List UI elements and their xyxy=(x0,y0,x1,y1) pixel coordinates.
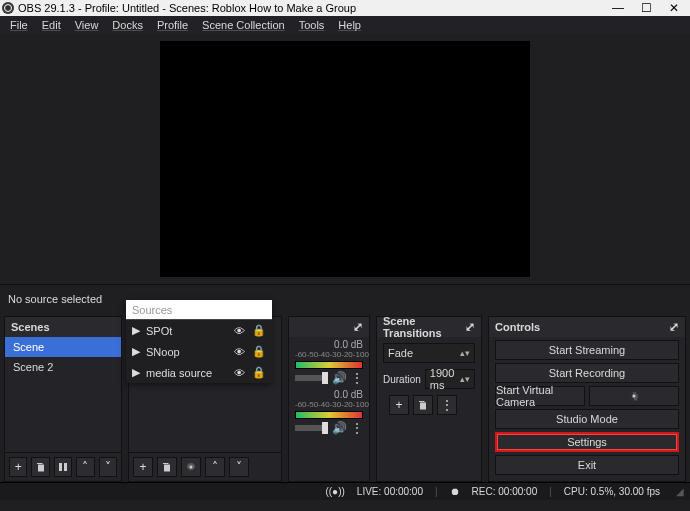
chevron-updown-icon: ▴▾ xyxy=(460,374,470,384)
sources-list: ▶ SPOt 👁 🔒 ▶ SNoop 👁 🔒 ▶ media source 👁 … xyxy=(126,320,272,383)
mixer-db-label: 0.0 dB xyxy=(295,339,363,350)
obs-logo-icon xyxy=(2,2,14,14)
scenes-dock: Scenes Scene Scene 2 + ˄ ˅ xyxy=(4,316,122,482)
close-button[interactable]: ✕ xyxy=(660,1,688,15)
start-recording-button[interactable]: Start Recording xyxy=(495,363,679,383)
visibility-toggle-icon[interactable]: 👁 xyxy=(232,367,246,379)
preview-status-row: No source selected xyxy=(0,284,690,312)
scene-filter-button[interactable] xyxy=(54,457,72,477)
virtual-camera-settings-button[interactable] xyxy=(589,386,679,406)
preview-area xyxy=(0,34,690,284)
scenes-title: Scenes xyxy=(11,321,50,333)
menu-docks[interactable]: Docks xyxy=(106,17,149,33)
menu-file[interactable]: File xyxy=(4,17,34,33)
mute-icon[interactable]: 🔊 xyxy=(332,371,347,385)
settings-button[interactable]: Settings xyxy=(495,432,679,452)
start-virtual-camera-button[interactable]: Start Virtual Camera xyxy=(495,386,585,406)
sources-search-input[interactable]: Sources xyxy=(126,300,272,320)
source-add-button[interactable]: + xyxy=(133,457,153,477)
scene-remove-button[interactable] xyxy=(31,457,49,477)
transition-properties-button[interactable]: ⋮ xyxy=(437,395,457,415)
docks-row: Scenes Scene Scene 2 + ˄ ˅ . + ˄ ˅ ⤢ xyxy=(0,312,690,482)
controls-body: Start Streaming Start Recording Start Vi… xyxy=(489,337,685,481)
window-titlebar: OBS 29.1.3 - Profile: Untitled - Scenes:… xyxy=(0,0,690,16)
broadcast-icon: ((●)) xyxy=(325,486,344,497)
source-item[interactable]: ▶ media source 👁 🔒 xyxy=(126,362,272,383)
live-time: LIVE: 00:00:00 xyxy=(357,486,423,497)
minimize-button[interactable]: — xyxy=(604,1,632,15)
popout-icon[interactable]: ⤢ xyxy=(465,320,475,334)
sources-dropdown: Sources ▶ SPOt 👁 🔒 ▶ SNoop 👁 🔒 ▶ media s… xyxy=(126,300,272,383)
status-bar: ((●)) LIVE: 00:00:00 | ⏺ REC: 00:00:00 |… xyxy=(0,482,690,500)
no-source-label: No source selected xyxy=(8,293,102,305)
mixer-meter xyxy=(295,411,363,419)
play-icon: ▶ xyxy=(132,324,140,337)
source-down-button[interactable]: ˅ xyxy=(229,457,249,477)
mixer-volume-slider[interactable] xyxy=(295,425,328,431)
sources-toolbar: + ˄ ˅ xyxy=(129,452,281,481)
lock-toggle-icon[interactable]: 🔒 xyxy=(252,324,266,337)
scene-down-button[interactable]: ˅ xyxy=(99,457,117,477)
scenes-toolbar: + ˄ ˅ xyxy=(5,452,121,481)
exit-button[interactable]: Exit xyxy=(495,455,679,475)
preview-canvas[interactable] xyxy=(160,41,530,277)
transitions-dock: Scene Transitions ⤢ Fade ▴▾ Duration 190… xyxy=(376,316,482,482)
scene-item[interactable]: Scene xyxy=(5,337,121,357)
maximize-button[interactable]: ☐ xyxy=(632,1,660,15)
mixer-ticks: -60-50-40-30-20-100 xyxy=(295,350,363,359)
mixer-header: ⤢ xyxy=(289,317,369,337)
transition-duration-input[interactable]: 1900 ms ▴▾ xyxy=(425,369,475,389)
mixer-menu-icon[interactable]: ⋮ xyxy=(351,421,363,435)
source-properties-button[interactable] xyxy=(181,457,201,477)
mixer-ticks: -60-50-40-30-20-100 xyxy=(295,400,363,409)
mixer-channel: 0.0 dB -60-50-40-30-20-100 🔊 ⋮ xyxy=(289,337,369,387)
transition-add-button[interactable]: + xyxy=(389,395,409,415)
mixer-volume-slider[interactable] xyxy=(295,375,328,381)
play-icon: ▶ xyxy=(132,345,140,358)
duration-value: 1900 ms xyxy=(430,367,460,391)
menu-bar: File Edit View Docks Profile Scene Colle… xyxy=(0,16,690,34)
duration-label: Duration xyxy=(383,374,421,385)
audio-mixer-dock: ⤢ 0.0 dB -60-50-40-30-20-100 🔊 ⋮ 0.0 dB … xyxy=(288,316,370,482)
window-title: OBS 29.1.3 - Profile: Untitled - Scenes:… xyxy=(18,2,356,14)
menu-view[interactable]: View xyxy=(69,17,105,33)
menu-help[interactable]: Help xyxy=(332,17,367,33)
mixer-menu-icon[interactable]: ⋮ xyxy=(351,371,363,385)
transition-type-value: Fade xyxy=(388,347,413,359)
mixer-body: 0.0 dB -60-50-40-30-20-100 🔊 ⋮ 0.0 dB -6… xyxy=(289,337,369,481)
sources-placeholder: Sources xyxy=(132,304,172,316)
controls-title: Controls xyxy=(495,321,540,333)
rec-time: REC: 00:00:00 xyxy=(472,486,538,497)
source-name: media source xyxy=(146,367,226,379)
visibility-toggle-icon[interactable]: 👁 xyxy=(232,346,246,358)
mixer-meter xyxy=(295,361,363,369)
menu-profile[interactable]: Profile xyxy=(151,17,194,33)
menu-edit[interactable]: Edit xyxy=(36,17,67,33)
source-name: SPOt xyxy=(146,325,226,337)
studio-mode-button[interactable]: Studio Mode xyxy=(495,409,679,429)
scene-up-button[interactable]: ˄ xyxy=(76,457,94,477)
transition-remove-button[interactable] xyxy=(413,395,433,415)
scene-add-button[interactable]: + xyxy=(9,457,27,477)
source-item[interactable]: ▶ SNoop 👁 🔒 xyxy=(126,341,272,362)
mute-icon[interactable]: 🔊 xyxy=(332,421,347,435)
lock-toggle-icon[interactable]: 🔒 xyxy=(252,345,266,358)
source-remove-button[interactable] xyxy=(157,457,177,477)
source-up-button[interactable]: ˄ xyxy=(205,457,225,477)
play-icon: ▶ xyxy=(132,366,140,379)
svg-rect-1 xyxy=(64,463,67,471)
menu-scene-collection[interactable]: Scene Collection xyxy=(196,17,291,33)
popout-icon[interactable]: ⤢ xyxy=(353,320,363,334)
rec-icon: ⏺ xyxy=(450,486,460,497)
popout-icon[interactable]: ⤢ xyxy=(669,320,679,334)
chevron-updown-icon: ▴▾ xyxy=(460,348,470,358)
source-item[interactable]: ▶ SPOt 👁 🔒 xyxy=(126,320,272,341)
visibility-toggle-icon[interactable]: 👁 xyxy=(232,325,246,337)
lock-toggle-icon[interactable]: 🔒 xyxy=(252,366,266,379)
scene-item[interactable]: Scene 2 xyxy=(5,357,121,377)
menu-tools[interactable]: Tools xyxy=(293,17,331,33)
resize-grip-icon[interactable]: ◢ xyxy=(676,486,684,497)
start-streaming-button[interactable]: Start Streaming xyxy=(495,340,679,360)
mixer-channel: 0.0 dB -60-50-40-30-20-100 🔊 ⋮ xyxy=(289,387,369,437)
transition-type-select[interactable]: Fade ▴▾ xyxy=(383,343,475,363)
